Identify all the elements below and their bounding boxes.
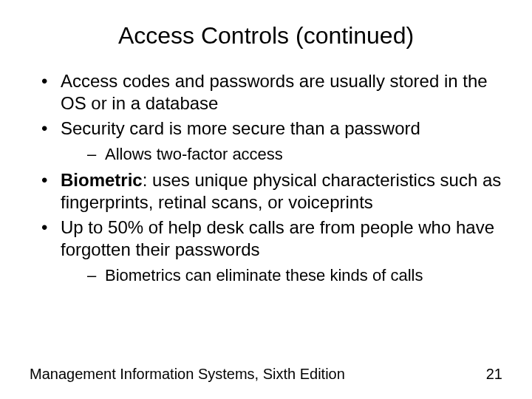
sub-item-1: Allows two-factor access [61,144,502,165]
sub-item-2: Biometrics can eliminate these kinds of … [61,265,502,286]
footer-source: Management Information Systems, Sixth Ed… [30,366,345,383]
footer-page-number: 21 [486,366,502,383]
sub-list-1: Allows two-factor access [61,144,502,165]
bullet-item-3: Biometric: uses unique physical characte… [37,169,502,214]
sub-list-2: Biometrics can eliminate these kinds of … [61,265,502,286]
bullet-item-3-lead: Biometric [61,170,143,190]
bullet-item-4: Up to 50% of help desk calls are from pe… [37,216,502,286]
slide-footer: Management Information Systems, Sixth Ed… [30,366,502,383]
slide-body: Access codes and passwords are usually s… [30,70,502,285]
bullet-item-2-text: Security card is more secure than a pass… [61,118,420,138]
bullet-list: Access codes and passwords are usually s… [37,70,502,285]
bullet-item-2: Security card is more secure than a pass… [37,117,502,165]
slide-title: Access Controls (continued) [30,22,502,50]
bullet-item-1: Access codes and passwords are usually s… [37,70,502,115]
bullet-item-4-text: Up to 50% of help desk calls are from pe… [61,217,494,259]
